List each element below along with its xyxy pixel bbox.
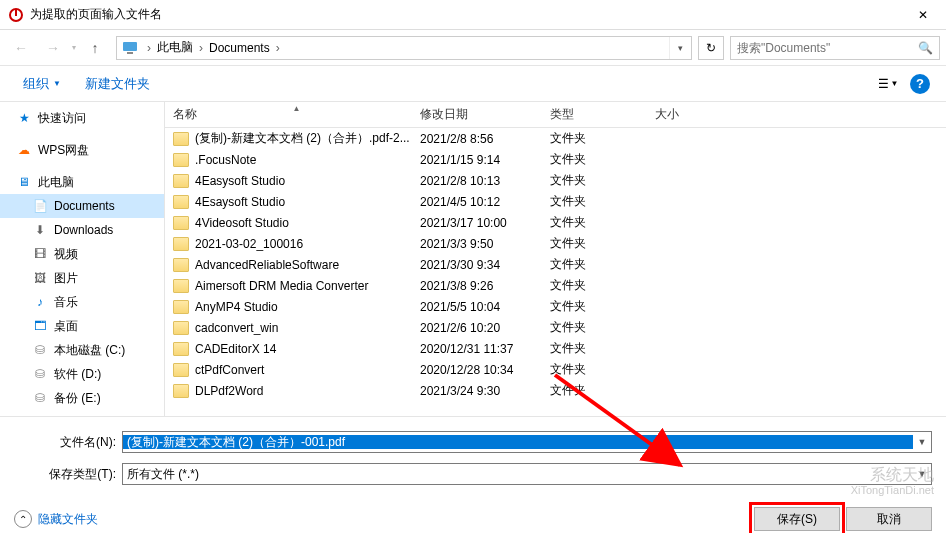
file-row[interactable]: 4Videosoft Studio2021/3/17 10:00文件夹 — [165, 212, 946, 233]
file-row[interactable]: ctPdfConvert2020/12/28 10:34文件夹 — [165, 359, 946, 380]
file-type: 文件夹 — [550, 340, 655, 357]
sidebar-item-5[interactable]: 🎞视频 — [0, 242, 164, 266]
refresh-button[interactable]: ↻ — [698, 36, 724, 60]
video-icon: 🎞 — [32, 246, 48, 262]
save-button[interactable]: 保存(S) — [754, 507, 840, 531]
sidebar-item-9[interactable]: ⛁本地磁盘 (C:) — [0, 338, 164, 362]
sidebar-item-7[interactable]: ♪音乐 — [0, 290, 164, 314]
file-date: 2021/3/17 10:00 — [420, 216, 550, 230]
search-input[interactable] — [737, 41, 918, 55]
column-headers: 名称▲ 修改日期 类型 大小 — [165, 102, 946, 128]
file-row[interactable]: cadconvert_win2021/2/6 10:20文件夹 — [165, 317, 946, 338]
pic-icon: 🖼 — [32, 270, 48, 286]
watermark: 系统天地 XiTongTianDi.net — [851, 465, 934, 497]
close-button[interactable]: ✕ — [900, 0, 946, 30]
app-icon — [8, 7, 24, 23]
sidebar-item-6[interactable]: 🖼图片 — [0, 266, 164, 290]
sidebar-item-0[interactable]: ★快速访问 — [0, 106, 164, 130]
column-date[interactable]: 修改日期 — [420, 106, 550, 123]
view-mode-button[interactable]: ☰▼ — [874, 71, 902, 97]
folder-icon — [173, 216, 189, 230]
sidebar-item-1[interactable]: ☁WPS网盘 — [0, 138, 164, 162]
file-name: .FocusNote — [195, 153, 420, 167]
forward-button[interactable]: → — [38, 35, 68, 61]
help-button[interactable]: ? — [906, 71, 934, 97]
sidebar-item-8[interactable]: 🗔桌面 — [0, 314, 164, 338]
sidebar-item-11[interactable]: ⛁备份 (E:) — [0, 386, 164, 410]
cloud-icon: ☁ — [16, 142, 32, 158]
file-name: CADEditorX 14 — [195, 342, 420, 356]
folder-icon — [173, 384, 189, 398]
sidebar-item-4[interactable]: ⬇Downloads — [0, 218, 164, 242]
column-type[interactable]: 类型 — [550, 106, 655, 123]
music-icon: ♪ — [32, 294, 48, 310]
address-bar[interactable]: › 此电脑 › Documents › ▾ — [116, 36, 692, 60]
file-row[interactable]: .FocusNote2021/1/15 9:14文件夹 — [165, 149, 946, 170]
chevron-down-icon: ▼ — [891, 79, 899, 88]
file-type: 文件夹 — [550, 382, 655, 399]
file-row[interactable]: CADEditorX 142020/12/31 11:37文件夹 — [165, 338, 946, 359]
file-type: 文件夹 — [550, 277, 655, 294]
sidebar-item-label: 本地磁盘 (C:) — [54, 342, 125, 359]
folder-icon — [173, 279, 189, 293]
sidebar-item-label: 视频 — [54, 246, 78, 263]
list-view-icon: ☰ — [878, 77, 889, 91]
address-dropdown[interactable]: ▾ — [669, 37, 691, 59]
breadcrumb-documents[interactable]: Documents — [207, 41, 272, 55]
file-date: 2021/2/8 10:13 — [420, 174, 550, 188]
file-name: AnyMP4 Studio — [195, 300, 420, 314]
file-row[interactable]: AdvancedReliableSoftware2021/3/30 9:34文件… — [165, 254, 946, 275]
filename-field[interactable]: ▼ — [122, 431, 932, 453]
filename-input[interactable] — [123, 435, 913, 449]
organize-button[interactable]: 组织▼ — [12, 71, 72, 97]
file-row[interactable]: (复制)-新建文本文档 (2)（合并）.pdf-2...2021/2/8 8:5… — [165, 128, 946, 149]
new-folder-button[interactable]: 新建文件夹 — [74, 71, 161, 97]
title-bar: 为提取的页面输入文件名 ✕ — [0, 0, 946, 30]
file-date: 2021/1/15 9:14 — [420, 153, 550, 167]
file-date: 2020/12/28 10:34 — [420, 363, 550, 377]
file-row[interactable]: AnyMP4 Studio2021/5/5 10:04文件夹 — [165, 296, 946, 317]
main-area: ★快速访问☁WPS网盘🖥此电脑📄Documents⬇Downloads🎞视频🖼图… — [0, 102, 946, 416]
hide-folders-link[interactable]: 隐藏文件夹 — [38, 511, 98, 528]
sidebar-item-10[interactable]: ⛁软件 (D:) — [0, 362, 164, 386]
file-name: 4Easysoft Studio — [195, 174, 420, 188]
cancel-button[interactable]: 取消 — [846, 507, 932, 531]
folder-icon — [173, 321, 189, 335]
sidebar-item-3[interactable]: 📄Documents — [0, 194, 164, 218]
search-icon[interactable]: 🔍 — [918, 41, 933, 55]
down-icon: ⬇ — [32, 222, 48, 238]
breadcrumb-this-pc[interactable]: 此电脑 — [155, 39, 195, 56]
file-date: 2021/5/5 10:04 — [420, 300, 550, 314]
file-row[interactable]: DLPdf2Word2021/3/24 9:30文件夹 — [165, 380, 946, 401]
file-name: 4Videosoft Studio — [195, 216, 420, 230]
file-date: 2021/4/5 10:12 — [420, 195, 550, 209]
file-name: 4Esaysoft Studio — [195, 195, 420, 209]
file-row[interactable]: 4Esaysoft Studio2021/4/5 10:12文件夹 — [165, 191, 946, 212]
sidebar-item-label: 图片 — [54, 270, 78, 287]
sidebar-item-2[interactable]: 🖥此电脑 — [0, 170, 164, 194]
column-name[interactable]: 名称▲ — [165, 106, 420, 123]
file-list: 名称▲ 修改日期 类型 大小 (复制)-新建文本文档 (2)（合并）.pdf-2… — [165, 102, 946, 416]
history-dropdown-icon[interactable]: ▾ — [72, 43, 76, 52]
folder-icon — [173, 300, 189, 314]
sidebar-item-label: 桌面 — [54, 318, 78, 335]
chevron-down-icon: ▾ — [678, 43, 683, 53]
filename-dropdown[interactable]: ▼ — [913, 437, 931, 447]
chevron-right-icon: › — [143, 41, 155, 55]
sidebar-item-label: 音乐 — [54, 294, 78, 311]
expand-button[interactable]: ⌃ — [14, 510, 32, 528]
column-size[interactable]: 大小 — [655, 106, 735, 123]
file-row[interactable]: Aimersoft DRM Media Converter2021/3/8 9:… — [165, 275, 946, 296]
filetype-field[interactable]: ▼ — [122, 463, 932, 485]
file-type: 文件夹 — [550, 172, 655, 189]
file-row[interactable]: 2021-03-02_1000162021/3/3 9:50文件夹 — [165, 233, 946, 254]
file-row[interactable]: 4Easysoft Studio2021/2/8 10:13文件夹 — [165, 170, 946, 191]
drive-icon: ⛁ — [32, 366, 48, 382]
file-type: 文件夹 — [550, 214, 655, 231]
up-button[interactable]: ↑ — [80, 35, 110, 61]
back-button[interactable]: ← — [6, 35, 36, 61]
filetype-input[interactable] — [123, 467, 913, 481]
arrow-right-icon: → — [46, 40, 60, 56]
search-box[interactable]: 🔍 — [730, 36, 940, 60]
refresh-icon: ↻ — [706, 41, 716, 55]
